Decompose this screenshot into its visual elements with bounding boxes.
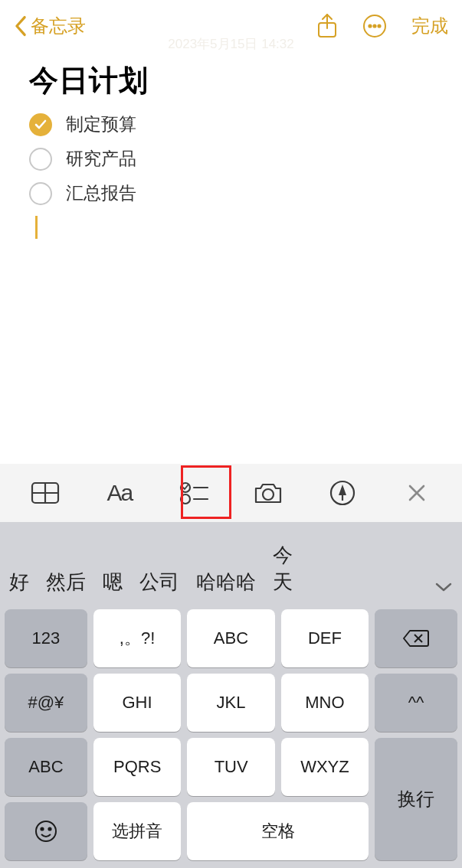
suggestion[interactable]: 哈哈哈 [196,569,256,596]
suggestion[interactable]: 公司 [139,569,179,596]
camera-button[interactable] [251,476,285,510]
key-tuv[interactable]: TUV [187,738,274,796]
text-format-button[interactable]: Aa [103,476,136,510]
key-def[interactable]: DEF [281,609,369,667]
checklist-item-text[interactable]: 汇总报告 [66,181,136,205]
key-backspace[interactable] [375,609,457,667]
key-jkl[interactable]: JKL [187,674,274,732]
svg-point-4 [378,24,380,27]
key-abc[interactable]: ABC [187,609,274,667]
markup-button[interactable] [326,476,359,510]
checkbox-checked[interactable] [29,113,52,136]
svg-point-20 [41,827,43,830]
camera-icon [253,481,283,505]
suggestion[interactable]: 然后 [46,569,86,596]
key-123[interactable]: 123 [5,609,87,667]
key-pqrs[interactable]: PQRS [93,738,182,796]
smile-icon [34,820,57,843]
svg-point-19 [36,821,56,841]
share-button[interactable] [316,13,338,39]
expand-suggestions-button[interactable] [434,582,453,592]
note-content[interactable]: 今日计划 制定预算 研究产品 汇总报告 [0,52,462,464]
svg-point-12 [263,489,274,500]
back-button[interactable]: 备忘录 [14,14,86,38]
key-space[interactable]: 空格 [187,802,369,860]
suggestion[interactable]: 今天 [273,542,310,596]
dismiss-toolbar-button[interactable] [400,476,434,510]
share-icon [316,13,338,39]
back-label: 备忘录 [31,14,86,38]
svg-point-21 [48,827,51,830]
more-button[interactable] [362,14,387,38]
backspace-icon [402,628,430,648]
table-button[interactable] [28,476,62,510]
checklist-item-text[interactable]: 制定预算 [66,113,136,136]
timestamp-watermark: 2023年5月15日 14:32 [168,35,293,53]
checkmark-icon [34,118,48,132]
close-icon [407,483,427,503]
keyboard: 好 然后 嗯 公司 哈哈哈 今天 123 ,。?! ABC DEF #@¥ GH… [0,522,462,868]
key-pinyin[interactable]: 选拼音 [93,802,182,860]
table-icon [31,481,60,504]
key-emoji[interactable] [5,802,87,860]
suggestion-bar: 好 然后 嗯 公司 哈哈哈 今天 [0,522,462,609]
highlight-annotation [181,465,231,519]
key-wxyz[interactable]: WXYZ [281,738,369,796]
text-cursor [35,216,38,239]
pen-circle-icon [329,480,356,506]
chevron-left-icon [14,15,28,37]
note-title[interactable]: 今日计划 [29,61,433,100]
ellipsis-circle-icon [362,14,387,38]
checklist-item[interactable]: 汇总报告 [29,181,433,205]
checkbox-unchecked[interactable] [29,182,52,205]
key-punct[interactable]: ,。?! [93,609,181,667]
svg-point-2 [369,24,371,27]
checklist-item-text[interactable]: 研究产品 [66,147,136,171]
suggestion[interactable]: 好 [9,569,29,596]
key-ghi[interactable]: GHI [93,674,181,732]
checklist-item[interactable]: 制定预算 [29,113,433,136]
key-emoticon[interactable]: ^^ [375,674,457,732]
key-mno[interactable]: MNO [281,674,369,732]
suggestion[interactable]: 嗯 [103,569,123,596]
done-button[interactable]: 完成 [411,14,448,38]
chevron-down-icon [434,582,453,592]
checklist-item[interactable]: 研究产品 [29,147,433,171]
svg-point-3 [373,24,375,27]
key-enter[interactable]: 换行 [375,738,457,860]
key-symbols[interactable]: #@¥ [5,674,87,732]
format-toolbar: Aa [0,464,462,522]
key-abc-mode[interactable]: ABC [5,738,87,796]
checkbox-unchecked[interactable] [29,148,52,171]
